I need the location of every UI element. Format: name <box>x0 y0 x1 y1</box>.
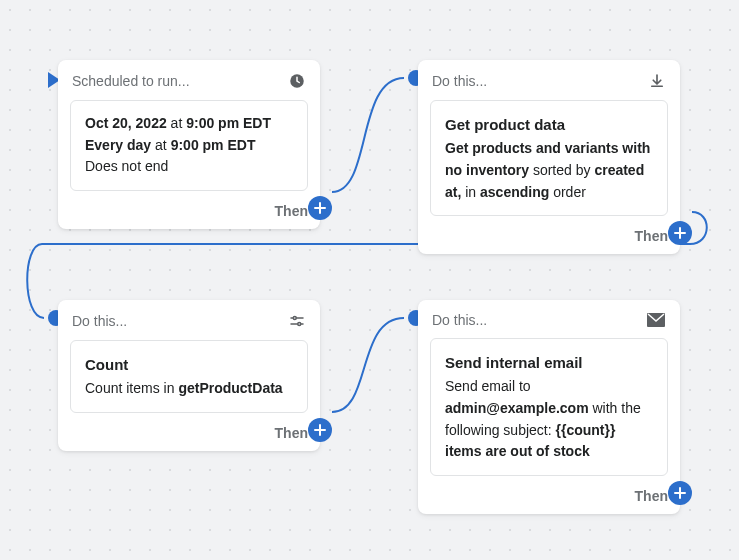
schedule-end: Does not end <box>85 156 293 178</box>
schedule-time-2: 9:00 pm EDT <box>171 137 256 153</box>
card-header-title: Do this... <box>432 312 487 328</box>
card-body: Send internal email Send email to admin@… <box>430 338 668 476</box>
card-header: Do this... <box>418 60 680 100</box>
svg-point-1 <box>293 317 296 320</box>
card-header-title: Do this... <box>432 73 487 89</box>
card-footer: Then <box>58 203 320 229</box>
card-header: Do this... <box>418 300 680 338</box>
mail-icon <box>646 312 666 328</box>
then-label: Then <box>275 425 308 441</box>
workflow-card-schedule[interactable]: Scheduled to run... Oct 20, 2022 at 9:00… <box>58 60 320 229</box>
then-label: Then <box>635 228 668 244</box>
schedule-date: Oct 20, 2022 <box>85 115 167 131</box>
adjust-icon <box>288 312 306 330</box>
variable-ref: getProductData <box>178 380 282 396</box>
then-label: Then <box>635 488 668 504</box>
card-body: Oct 20, 2022 at 9:00 pm EDT Every day at… <box>70 100 308 191</box>
card-body: Count Count items in getProductData <box>70 340 308 413</box>
clock-icon <box>288 72 306 90</box>
add-step-button[interactable] <box>668 221 692 245</box>
card-header: Do this... <box>58 300 320 340</box>
add-step-button[interactable] <box>668 481 692 505</box>
action-title: Get product data <box>445 113 653 136</box>
svg-point-2 <box>298 323 301 326</box>
download-icon <box>648 72 666 90</box>
email-recipient: admin@example.com <box>445 400 589 416</box>
card-footer: Then <box>418 228 680 254</box>
action-title: Send internal email <box>445 351 653 374</box>
add-step-button[interactable] <box>308 418 332 442</box>
card-header-title: Scheduled to run... <box>72 73 190 89</box>
card-footer: Then <box>58 425 320 451</box>
schedule-time: 9:00 pm EDT <box>186 115 271 131</box>
card-body: Get product data Get products and varian… <box>430 100 668 216</box>
card-header: Scheduled to run... <box>58 60 320 100</box>
workflow-card-get-product[interactable]: Do this... Get product data Get products… <box>418 60 680 254</box>
then-label: Then <box>275 203 308 219</box>
action-title: Count <box>85 353 293 376</box>
add-step-button[interactable] <box>308 196 332 220</box>
schedule-frequency: Every day <box>85 137 151 153</box>
card-header-title: Do this... <box>72 313 127 329</box>
workflow-card-send-email[interactable]: Do this... Send internal email Send emai… <box>418 300 680 514</box>
card-footer: Then <box>418 488 680 514</box>
workflow-card-count[interactable]: Do this... Count Count items in getProdu… <box>58 300 320 451</box>
